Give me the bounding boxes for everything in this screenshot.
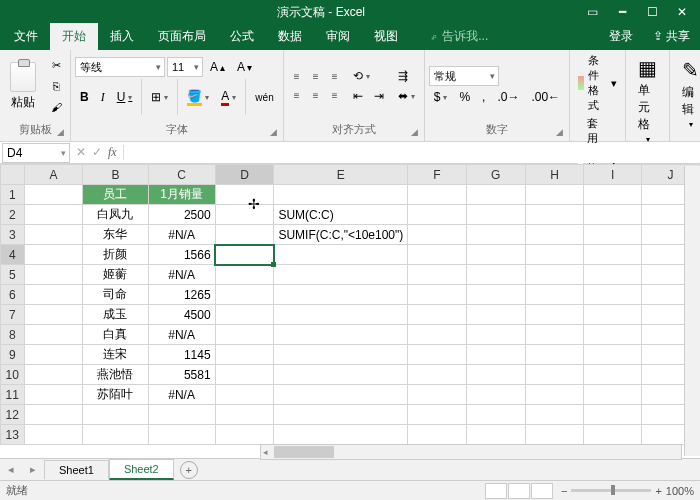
col-header-D[interactable]: D — [215, 165, 274, 185]
row-header-3[interactable]: 3 — [1, 225, 25, 245]
row-header-9[interactable]: 9 — [1, 345, 25, 365]
cell-I11[interactable] — [584, 385, 641, 405]
font-name-select[interactable]: 等线 — [75, 57, 165, 77]
accounting-button[interactable]: $ — [429, 88, 453, 106]
cell-C2[interactable]: 2500 — [148, 205, 215, 225]
align-launcher-icon[interactable]: ◢ — [411, 127, 418, 137]
underline-button[interactable]: U — [112, 88, 138, 106]
number-launcher-icon[interactable]: ◢ — [556, 127, 563, 137]
sheet-nav-next-icon[interactable]: ▸ — [22, 463, 44, 476]
cell-D1[interactable] — [215, 185, 274, 205]
cell-B12[interactable] — [83, 405, 148, 425]
cell-G12[interactable] — [466, 405, 525, 425]
cell-C7[interactable]: 4500 — [148, 305, 215, 325]
tab-view[interactable]: 视图 — [362, 23, 410, 50]
cell-F7[interactable] — [408, 305, 466, 325]
cell-D3[interactable] — [215, 225, 274, 245]
cell-G10[interactable] — [466, 365, 525, 385]
cell-A11[interactable] — [24, 385, 83, 405]
decrease-decimal-icon[interactable]: .00← — [526, 88, 565, 106]
decrease-font-icon[interactable]: A▾ — [232, 58, 257, 76]
cell-H11[interactable] — [525, 385, 584, 405]
cell-A1[interactable] — [24, 185, 83, 205]
row-header-2[interactable]: 2 — [1, 205, 25, 225]
col-header-F[interactable]: F — [408, 165, 466, 185]
cell-D11[interactable] — [215, 385, 274, 405]
cell-B7[interactable]: 成玉 — [83, 305, 148, 325]
col-header-C[interactable]: C — [148, 165, 215, 185]
maximize-icon[interactable]: ☐ — [638, 2, 666, 22]
conditional-format-button[interactable]: 条件格式 ▾ — [574, 52, 621, 114]
row-header-4[interactable]: 4 — [1, 245, 25, 265]
cell-B6[interactable]: 司命 — [83, 285, 148, 305]
clipboard-launcher-icon[interactable]: ◢ — [57, 127, 64, 137]
tab-data[interactable]: 数据 — [266, 23, 314, 50]
cell-F1[interactable] — [408, 185, 466, 205]
cell-G6[interactable] — [466, 285, 525, 305]
cell-A6[interactable] — [24, 285, 83, 305]
cell-D2[interactable] — [215, 205, 274, 225]
font-size-select[interactable]: 11 — [167, 57, 203, 77]
view-normal-icon[interactable] — [485, 483, 507, 499]
cell-F9[interactable] — [408, 345, 466, 365]
cell-E1[interactable] — [274, 185, 408, 205]
view-pagebreak-icon[interactable] — [531, 483, 553, 499]
cell-A3[interactable] — [24, 225, 83, 245]
cell-C13[interactable] — [148, 425, 215, 445]
cell-D6[interactable] — [215, 285, 274, 305]
cell-I7[interactable] — [584, 305, 641, 325]
cell-F4[interactable] — [408, 245, 466, 265]
formula-bar[interactable] — [130, 143, 700, 163]
cell-I4[interactable] — [584, 245, 641, 265]
cell-E12[interactable] — [274, 405, 408, 425]
cell-B8[interactable]: 白真 — [83, 325, 148, 345]
cell-D10[interactable] — [215, 365, 274, 385]
cell-C4[interactable]: 1566 — [148, 245, 215, 265]
cells-button[interactable]: ▦单元格▾ — [630, 52, 665, 148]
row-header-11[interactable]: 11 — [1, 385, 25, 405]
select-all-corner[interactable] — [1, 165, 25, 185]
horizontal-scrollbar[interactable]: ◂ — [260, 444, 682, 460]
col-header-E[interactable]: E — [274, 165, 408, 185]
cell-G7[interactable] — [466, 305, 525, 325]
cell-I12[interactable] — [584, 405, 641, 425]
italic-button[interactable]: I — [96, 88, 110, 107]
cell-H9[interactable] — [525, 345, 584, 365]
spreadsheet-grid[interactable]: ABCDEFGHIJ 1员工1月销量2白凤九2500SUM(C:C)3东华#N/… — [0, 164, 700, 445]
zoom-in-icon[interactable]: + — [655, 485, 661, 497]
cut-icon[interactable]: ✂ — [46, 56, 66, 74]
tab-formulas[interactable]: 公式 — [218, 23, 266, 50]
alignment-buttons[interactable]: ≡≡≡ ≡≡≡ — [288, 68, 344, 105]
cell-A2[interactable] — [24, 205, 83, 225]
cell-E8[interactable] — [274, 325, 408, 345]
orientation-button[interactable]: ⟲ — [348, 67, 389, 85]
vertical-scrollbar[interactable] — [684, 166, 700, 456]
increase-font-icon[interactable]: A▴ — [205, 58, 230, 76]
cell-E7[interactable] — [274, 305, 408, 325]
col-header-H[interactable]: H — [525, 165, 584, 185]
wrap-text-button[interactable]: ⇶ — [393, 67, 420, 85]
cell-H8[interactable] — [525, 325, 584, 345]
cell-G4[interactable] — [466, 245, 525, 265]
cell-G13[interactable] — [466, 425, 525, 445]
increase-indent-icon[interactable]: ⇥ — [369, 87, 389, 105]
increase-decimal-icon[interactable]: .0→ — [492, 88, 524, 106]
ribbon-options-icon[interactable]: ▭ — [578, 2, 606, 22]
cell-H12[interactable] — [525, 405, 584, 425]
merge-button[interactable]: ⬌ — [393, 87, 420, 105]
add-sheet-icon[interactable]: + — [180, 461, 198, 479]
row-header-5[interactable]: 5 — [1, 265, 25, 285]
view-layout-icon[interactable] — [508, 483, 530, 499]
cell-E6[interactable] — [274, 285, 408, 305]
cell-A5[interactable] — [24, 265, 83, 285]
zoom-slider[interactable] — [571, 489, 651, 492]
row-header-7[interactable]: 7 — [1, 305, 25, 325]
cell-C11[interactable]: #N/A — [148, 385, 215, 405]
tell-me[interactable]: 告诉我... — [418, 23, 500, 50]
zoom-out-icon[interactable]: − — [561, 485, 567, 497]
cell-F6[interactable] — [408, 285, 466, 305]
bold-button[interactable]: B — [75, 88, 94, 106]
cell-B3[interactable]: 东华 — [83, 225, 148, 245]
row-header-13[interactable]: 13 — [1, 425, 25, 445]
cell-C6[interactable]: 1265 — [148, 285, 215, 305]
